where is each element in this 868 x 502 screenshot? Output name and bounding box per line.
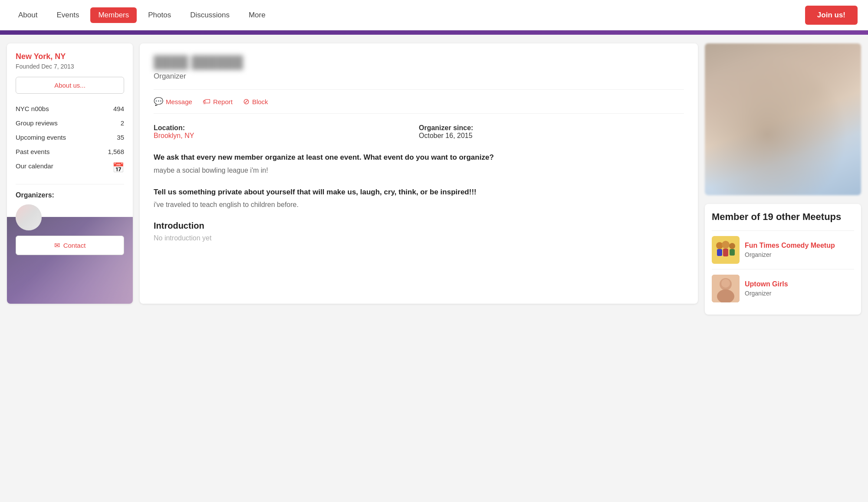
- comedy-svg: [713, 238, 738, 262]
- stat-reviews-count: 2: [121, 119, 124, 127]
- main-content: ████ ██████ Organizer 💬 Message 🏷 Report…: [140, 43, 698, 304]
- nav-events[interactable]: Events: [49, 7, 87, 23]
- sidebar-location: New York, NY: [16, 52, 124, 61]
- stat-past-label: Past events: [16, 148, 49, 155]
- uptown-thumb-image: [712, 275, 740, 302]
- introduction-empty: No introduction yet: [154, 234, 684, 242]
- stat-members-label: NYC n00bs: [16, 105, 49, 112]
- svg-point-5: [729, 243, 735, 249]
- stat-upcoming-count: 35: [117, 134, 124, 141]
- organizer-since-value: October 16, 2015: [419, 132, 684, 140]
- report-button[interactable]: 🏷 Report: [203, 97, 233, 106]
- contact-button[interactable]: ✉ Contact: [16, 236, 124, 255]
- organizer-avatar[interactable]: [16, 204, 42, 230]
- svg-rect-2: [717, 249, 722, 256]
- introduction-title: Introduction: [154, 221, 684, 231]
- introduction-section: Introduction No introduction yet: [154, 221, 684, 242]
- member-role: Organizer: [154, 72, 684, 81]
- right-panel: Member of 19 other Meetups: [705, 43, 861, 315]
- main-container: New York, NY Founded Dec 7, 2013 About u…: [0, 35, 868, 323]
- stat-reviews[interactable]: Group reviews 2: [16, 116, 124, 130]
- meetup-uptown: Uptown Girls Organizer: [712, 269, 854, 308]
- meetup-uptown-name[interactable]: Uptown Girls: [745, 280, 854, 288]
- stat-upcoming-label: Upcoming events: [16, 134, 66, 141]
- meetup-comedy-name[interactable]: Fun Times Comedy Meetup: [745, 242, 854, 249]
- meetup-uptown-info: Uptown Girls Organizer: [745, 280, 854, 297]
- info-grid: Location: Brooklyn, NY Organizer since: …: [154, 124, 684, 140]
- member-name: ████ ██████: [154, 56, 684, 69]
- sidebar-divider: [16, 184, 124, 184]
- nav-links: About Events Members Photos Discussions …: [10, 7, 273, 23]
- organizer-avatar-image: [16, 204, 42, 230]
- nav-members[interactable]: Members: [90, 7, 137, 23]
- block-button[interactable]: ⊘ Block: [243, 97, 268, 106]
- nav-discussions[interactable]: Discussions: [182, 7, 237, 23]
- action-bar: 💬 Message 🏷 Report ⊘ Block: [154, 89, 684, 114]
- flag-icon: 🏷: [203, 97, 210, 106]
- meetup-uptown-thumb: [712, 275, 740, 302]
- stat-upcoming[interactable]: Upcoming events 35: [16, 130, 124, 144]
- calendar-row[interactable]: Our calendar 📅: [16, 159, 124, 177]
- calendar-icon: 📅: [112, 162, 124, 174]
- meetups-title: Member of 19 other Meetups: [712, 211, 854, 223]
- profile-section-2: Tell us something private about yourself…: [154, 187, 684, 209]
- meetups-section: Member of 19 other Meetups: [705, 204, 861, 315]
- answer-1: maybe a social bowling league i'm in!: [154, 167, 684, 174]
- question-2: Tell us something private about yourself…: [154, 187, 684, 198]
- stat-reviews-label: Group reviews: [16, 119, 58, 127]
- nav-about[interactable]: About: [10, 7, 45, 23]
- profile-photo: [705, 43, 861, 195]
- nav-more[interactable]: More: [241, 7, 273, 23]
- message-button[interactable]: 💬 Message: [154, 97, 192, 106]
- question-1: We ask that every new member organize at…: [154, 152, 684, 163]
- meetup-uptown-role: Organizer: [745, 290, 854, 297]
- meetup-comedy-info: Fun Times Comedy Meetup Organizer: [745, 242, 854, 258]
- about-us-button[interactable]: About us...: [16, 77, 124, 94]
- svg-rect-6: [730, 249, 735, 256]
- contact-label: Contact: [63, 242, 86, 249]
- top-nav-bar: About Events Members Photos Discussions …: [0, 0, 868, 30]
- location-value: Brooklyn, NY: [154, 132, 419, 140]
- sidebar: New York, NY Founded Dec 7, 2013 About u…: [7, 43, 133, 304]
- organizers-label: Organizers:: [16, 191, 124, 199]
- envelope-icon: ✉: [54, 241, 60, 249]
- meetup-comedy: Fun Times Comedy Meetup Organizer: [712, 230, 854, 269]
- calendar-label: Our calendar: [16, 162, 53, 174]
- svg-rect-4: [723, 249, 728, 256]
- svg-point-3: [722, 241, 730, 249]
- nav-photos[interactable]: Photos: [140, 7, 179, 23]
- sidebar-founded: Founded Dec 7, 2013: [16, 63, 124, 70]
- profile-section-1: We ask that every new member organize at…: [154, 152, 684, 174]
- message-label: Message: [166, 98, 192, 105]
- join-button[interactable]: Join us!: [805, 6, 858, 25]
- stat-members-count: 494: [113, 105, 124, 112]
- photo-inner: [705, 43, 861, 195]
- meetup-comedy-thumb: [712, 236, 740, 264]
- stat-past-count: 1,568: [108, 148, 124, 155]
- block-label: Block: [252, 98, 268, 105]
- comedy-thumb-image: [712, 236, 740, 264]
- location-label: Location:: [154, 124, 419, 132]
- report-label: Report: [213, 98, 233, 105]
- message-icon: 💬: [154, 97, 163, 106]
- block-icon: ⊘: [243, 97, 250, 106]
- stat-members[interactable]: NYC n00bs 494: [16, 102, 124, 116]
- answer-2: i've traveled to teach english to childr…: [154, 201, 684, 209]
- accent-bar: [0, 30, 868, 35]
- uptown-svg: [712, 275, 740, 302]
- stat-past[interactable]: Past events 1,568: [16, 144, 124, 159]
- svg-point-10: [721, 279, 730, 288]
- meetup-comedy-role: Organizer: [745, 251, 854, 258]
- organizer-since-label: Organizer since:: [419, 124, 684, 132]
